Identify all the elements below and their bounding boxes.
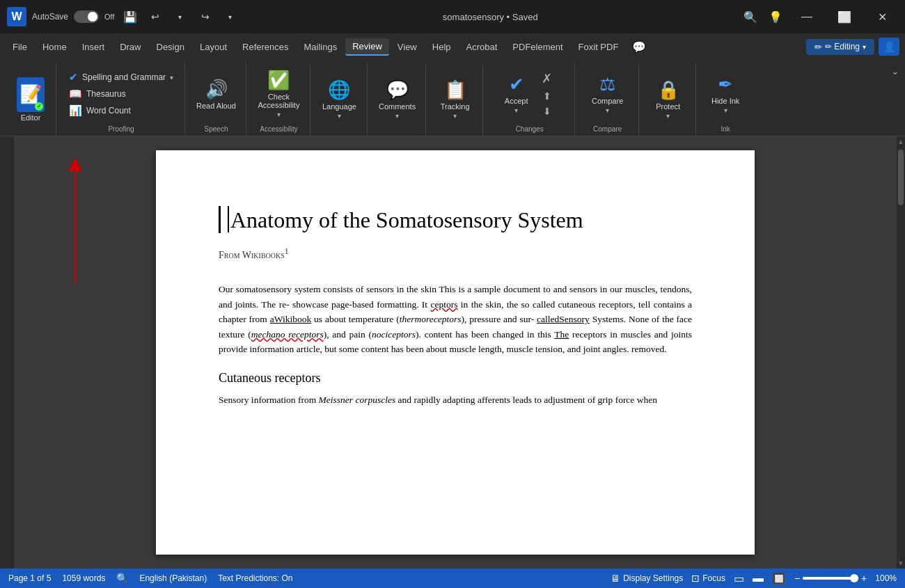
ribbon-group-language: 🌐 Language ▾ — [312, 63, 368, 136]
menu-foxit[interactable]: Foxit PDF — [572, 39, 626, 55]
content-area: Anatomy of the Somatosensory System From… — [0, 136, 905, 569]
tracking-button[interactable]: 📋 Tracking ▾ — [436, 77, 474, 122]
prev-change-button[interactable]: ⬆ — [535, 89, 560, 103]
text-cursor — [228, 206, 229, 232]
lightbulb-button[interactable]: 💡 — [766, 7, 785, 26]
italic-noci: nociceptors — [372, 329, 416, 340]
word-count-status[interactable]: 1059 words — [62, 573, 105, 583]
ribbon-group-tracking: 📋 Tracking ▾ — [427, 63, 483, 136]
menu-file[interactable]: File — [6, 39, 34, 55]
check-accessibility-button[interactable]: ✅ CheckAccessibility ▾ — [254, 67, 304, 121]
comments-panel-icon[interactable]: 💬 — [629, 37, 649, 56]
ink-dropdown: ▾ — [724, 106, 727, 114]
scroll-thumb[interactable] — [898, 150, 904, 205]
editor-button[interactable]: 📝 ✓ Editor — [11, 74, 50, 125]
undo-dropdown[interactable]: ▾ — [171, 7, 190, 26]
thesaurus-icon: 📖 — [69, 88, 82, 100]
thesaurus-button[interactable]: 📖 Thesaurus — [63, 86, 179, 102]
zoom-level[interactable]: 100% — [875, 573, 897, 583]
underline-wikibook: aWikibook — [270, 314, 311, 324]
zoom-in-button[interactable]: + — [861, 573, 867, 584]
comments-button[interactable]: 💬 Comments ▾ — [375, 77, 420, 122]
autosave-toggle[interactable] — [74, 10, 99, 23]
menu-help[interactable]: Help — [425, 39, 458, 55]
next-change-button[interactable]: ⬇ — [535, 104, 560, 118]
spelling-grammar-button[interactable]: ✔ Spelling and Grammar ▾ — [63, 70, 179, 85]
language-button[interactable]: 🌐 Language ▾ — [318, 77, 361, 122]
zoom-thumb[interactable] — [850, 574, 858, 582]
ribbon-group-editor: 📝 ✓ Editor — [6, 63, 56, 136]
scrollbar-right[interactable]: ▲ ▼ — [897, 136, 905, 569]
menu-layout[interactable]: Layout — [193, 39, 234, 55]
compare-button[interactable]: ⚖ Compare ▾ — [588, 71, 627, 117]
menu-pdfelement[interactable]: PDFelement — [505, 39, 569, 55]
document-page[interactable]: Anatomy of the Somatosensory System From… — [156, 150, 755, 555]
reject-button[interactable]: ✗ — [535, 70, 560, 88]
editing-button[interactable]: ✏ ✏ Editing ▾ — [806, 39, 874, 55]
tracking-label: Tracking — [441, 102, 470, 111]
wavy-underline-1: ceptors — [430, 299, 457, 310]
subtitle-sup: 1 — [285, 247, 289, 256]
wordcount-button[interactable]: 📊 Word Count — [63, 103, 179, 118]
menu-insert[interactable]: Insert — [75, 39, 112, 55]
language-status[interactable]: English (Pakistan) — [139, 573, 207, 583]
focus-button[interactable]: ⊡ Focus — [691, 573, 725, 584]
share-button[interactable]: 👤 — [879, 38, 899, 56]
display-settings[interactable]: 🖥 Display Settings — [611, 573, 683, 584]
undo-button[interactable]: ↩ — [145, 7, 165, 26]
ribbon-group-compare: ⚖ Compare ▾ Compare — [576, 63, 639, 136]
changes-group-label: Changes — [516, 125, 544, 136]
accept-icon: ✔ — [509, 74, 524, 95]
italic-mechano: mechano receptors — [251, 329, 324, 340]
ribbon-group-comments: 💬 Comments ▾ — [369, 63, 426, 136]
tracking-icon: 📋 — [444, 79, 466, 101]
sidebar-left — [0, 136, 14, 569]
document-paragraph1: Our somatosensory system consists of sen… — [219, 282, 692, 357]
prev-icon: ⬆ — [543, 90, 551, 102]
zoom-track[interactable] — [803, 577, 858, 580]
text-predictions-status[interactable]: Text Predictions: On — [218, 573, 292, 583]
minimize-button[interactable]: — — [791, 6, 823, 28]
menu-mailings[interactable]: Mailings — [297, 39, 345, 55]
redo-button[interactable]: ↪ — [196, 7, 215, 26]
menu-design[interactable]: Design — [150, 39, 191, 55]
menu-home[interactable]: Home — [36, 39, 74, 55]
proofing-icon-status[interactable]: 🔍 — [116, 573, 128, 584]
protect-icon: 🔒 — [657, 79, 679, 101]
ribbon-group-speech: 🔊 Read Aloud Speech — [187, 63, 246, 136]
restore-button[interactable]: ⬜ — [828, 6, 860, 28]
protect-button[interactable]: 🔒 Protect ▾ — [652, 77, 685, 122]
accept-button[interactable]: ✔ Accept ▾ — [500, 71, 533, 117]
page-info[interactable]: Page 1 of 5 — [8, 573, 51, 583]
hide-ink-button[interactable]: ✒ Hide Ink ▾ — [707, 71, 743, 117]
comments-icon: 💬 — [386, 79, 409, 101]
save-button[interactable]: 💾 — [120, 7, 140, 26]
toggle-off-label: Off — [104, 13, 114, 21]
reject-icon: ✗ — [542, 71, 552, 86]
read-aloud-button[interactable]: 🔊 Read Aloud — [192, 76, 240, 113]
hide-ink-icon: ✒ — [718, 74, 733, 95]
document-title: somatosensory • Saved — [246, 12, 735, 22]
view-web[interactable]: 🔲 — [772, 572, 786, 585]
view-multi[interactable]: ▬ — [753, 572, 764, 585]
qat-more[interactable]: ▾ — [221, 7, 240, 26]
word-icon: W — [7, 7, 26, 26]
accessibility-icon: ✅ — [267, 70, 290, 91]
menu-review[interactable]: Review — [345, 38, 389, 56]
status-right: 🖥 Display Settings ⊡ Focus ▭ ▬ 🔲 − + 100… — [611, 572, 897, 585]
menu-acrobat[interactable]: Acrobat — [459, 39, 505, 55]
proofing-group-label: Proofing — [108, 125, 134, 136]
search-button[interactable]: 🔍 — [741, 7, 760, 26]
zoom-out-button[interactable]: − — [794, 573, 800, 584]
ribbon-expand-button[interactable]: ⌄ — [891, 65, 899, 77]
scroll-down-button[interactable]: ▼ — [896, 558, 905, 569]
menu-view[interactable]: View — [391, 39, 424, 55]
zoom-slider[interactable]: − + — [794, 573, 867, 584]
compare-dropdown: ▾ — [606, 106, 609, 114]
view-single[interactable]: ▭ — [734, 572, 744, 585]
menu-references[interactable]: References — [235, 39, 295, 55]
close-button[interactable]: ✕ — [866, 6, 898, 28]
menu-draw[interactable]: Draw — [113, 39, 148, 55]
document-wrapper: Anatomy of the Somatosensory System From… — [14, 136, 897, 569]
scroll-up-button[interactable]: ▲ — [896, 136, 905, 147]
